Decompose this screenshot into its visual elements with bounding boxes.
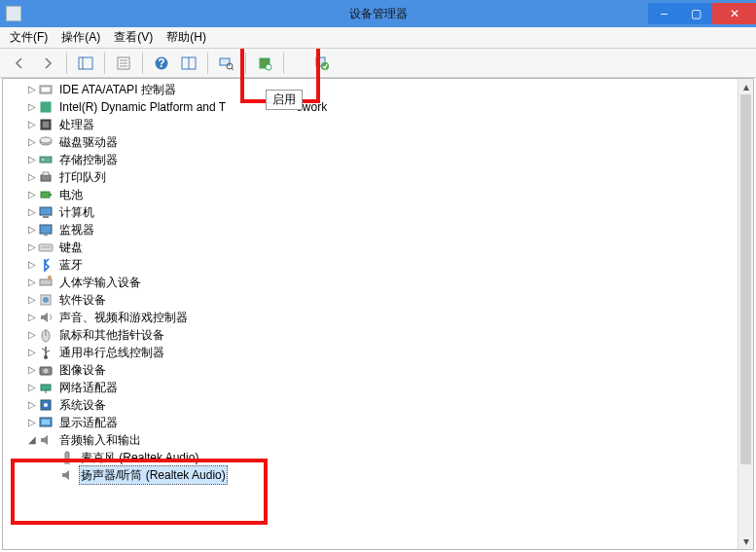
enable-icon — [314, 55, 330, 71]
expander-icon[interactable]: ▷ — [26, 133, 38, 151]
bluetooth-icon — [38, 257, 54, 273]
tree-node-label: 人体学输入设备 — [57, 274, 143, 291]
scroll-up-arrow-icon[interactable]: ▴ — [738, 79, 753, 94]
device-tree[interactable]: ▷IDE ATA/ATAPI 控制器▷Intel(R) Dynamic Plat… — [3, 79, 738, 549]
scroll-down-arrow-icon[interactable]: ▾ — [738, 534, 753, 549]
tree-node-intel[interactable]: ▷Intel(R) Dynamic Platform and Tework — [9, 98, 738, 116]
expander-icon[interactable]: ▷ — [26, 256, 38, 274]
expander-icon[interactable]: ▷ — [26, 239, 38, 256]
tree-node-speaker[interactable]: 扬声器/听筒 (Realtek Audio) — [9, 466, 738, 484]
tree-node-hid[interactable]: ▷人体学输入设备 — [9, 274, 738, 291]
menu-action[interactable]: 操作(A) — [55, 27, 106, 48]
tree-node-label: 鼠标和其他指针设备 — [57, 326, 166, 344]
properties-button[interactable] — [111, 52, 136, 75]
separator — [66, 53, 67, 74]
svg-rect-18 — [42, 88, 50, 92]
monitor-icon — [38, 222, 54, 238]
tree-node-cpu[interactable]: ▷处理器 — [9, 116, 738, 133]
expander-icon[interactable]: ▷ — [26, 98, 38, 116]
tree-node-printer[interactable]: ▷打印队列 — [9, 168, 738, 186]
arrow-right-icon — [40, 55, 55, 71]
help-toolbar-button[interactable]: ? — [149, 52, 174, 75]
tree-node-network[interactable]: ▷网络适配器 — [9, 379, 738, 396]
expander-icon[interactable]: ▷ — [26, 396, 38, 414]
close-icon: ✕ — [730, 7, 739, 20]
tree-node-software[interactable]: ▷软件设备 — [9, 291, 738, 309]
cpu-icon — [38, 117, 54, 132]
tree-node-mouse[interactable]: ▷鼠标和其他指针设备 — [9, 326, 738, 344]
expander-icon[interactable]: ▷ — [26, 344, 38, 361]
enable-device-button[interactable] — [309, 52, 335, 75]
system-icon — [38, 397, 54, 413]
scroll-thumb[interactable] — [740, 94, 751, 464]
close-button[interactable]: ✕ — [712, 3, 756, 24]
tree-node-computer[interactable]: ▷计算机 — [9, 203, 738, 221]
tree-node-ide[interactable]: ▷IDE ATA/ATAPI 控制器 — [9, 81, 738, 98]
svg-rect-33 — [44, 235, 48, 236]
svg-rect-28 — [41, 192, 50, 198]
menu-help[interactable]: 帮助(H) — [161, 27, 212, 48]
update-driver-button[interactable] — [252, 52, 277, 75]
printer-icon — [38, 169, 54, 185]
panel-2-button[interactable] — [176, 52, 201, 75]
expander-icon[interactable]: ▷ — [26, 326, 38, 344]
tree-node-display[interactable]: ▷显示适配器 — [9, 414, 738, 431]
tree-node-battery[interactable]: ▷电池 — [9, 186, 738, 203]
expander-icon[interactable]: ▷ — [26, 186, 38, 203]
svg-point-39 — [43, 297, 49, 303]
scan-hardware-button[interactable] — [214, 52, 239, 75]
show-console-tree-button[interactable] — [73, 52, 98, 75]
tree-node-storage[interactable]: ▷存储控制器 — [9, 151, 738, 168]
tree-node-keyboard[interactable]: ▷键盘 — [9, 239, 738, 256]
expander-icon[interactable]: ▷ — [26, 151, 38, 168]
tree-node-label: 麦克风 (Realtek Audio) — [79, 449, 200, 466]
expander-icon[interactable]: ▷ — [26, 414, 38, 431]
computer-icon — [38, 204, 54, 220]
tree-node-sound-ctrl[interactable]: ▷声音、视频和游戏控制器 — [9, 309, 738, 326]
tree-node-label: 图像设备 — [57, 361, 108, 379]
tree-node-camera[interactable]: ▷图像设备 — [9, 361, 738, 379]
svg-rect-30 — [40, 207, 52, 215]
tree-node-usb[interactable]: ▷通用串行总线控制器 — [9, 344, 738, 361]
minimize-button[interactable]: – — [648, 3, 680, 24]
svg-point-25 — [42, 159, 44, 161]
expander-icon[interactable]: ▷ — [26, 81, 38, 98]
separator — [245, 53, 246, 74]
menu-view[interactable]: 查看(V) — [108, 27, 159, 48]
expander-icon[interactable]: ▷ — [26, 361, 38, 379]
tree-node-system[interactable]: ▷系统设备 — [9, 396, 738, 414]
tree-node-bluetooth[interactable]: ▷蓝牙 — [9, 256, 738, 274]
nav-forward-button[interactable] — [35, 52, 60, 75]
software-icon — [38, 292, 54, 308]
expander-icon[interactable]: ▷ — [26, 274, 38, 291]
expander-icon[interactable]: ▷ — [26, 291, 38, 309]
menu-file[interactable]: 文件(F) — [4, 27, 54, 48]
expander-icon[interactable]: ▷ — [26, 168, 38, 186]
vertical-scrollbar[interactable]: ▴ ▾ — [738, 79, 753, 549]
content-frame: ▷IDE ATA/ATAPI 控制器▷Intel(R) Dynamic Plat… — [2, 78, 754, 550]
expander-icon[interactable]: ▷ — [26, 116, 38, 133]
panel-icon — [78, 55, 93, 71]
tree-node-audio-io[interactable]: ◢音频输入和输出 — [9, 431, 738, 449]
minimize-icon: – — [661, 7, 667, 20]
svg-point-14 — [266, 64, 271, 70]
battery-icon — [38, 187, 54, 202]
expander-icon[interactable]: ▷ — [26, 309, 38, 326]
expander-icon[interactable]: ◢ — [26, 431, 38, 449]
tree-node-label: 网络适配器 — [57, 379, 120, 396]
tree-node-microphone[interactable]: 麦克风 (Realtek Audio) — [9, 449, 738, 466]
maximize-button[interactable]: ▢ — [680, 3, 712, 24]
tree-node-label: 电池 — [57, 186, 85, 203]
separator — [104, 53, 105, 74]
expander-icon[interactable]: ▷ — [26, 221, 38, 239]
tree-node-monitor[interactable]: ▷监视器 — [9, 221, 738, 239]
expander-icon[interactable]: ▷ — [26, 203, 38, 221]
nav-back-button[interactable] — [8, 52, 33, 75]
arrow-left-icon — [13, 55, 28, 71]
separator — [207, 53, 208, 74]
expander-icon[interactable]: ▷ — [26, 379, 38, 396]
svg-point-23 — [40, 137, 52, 143]
tree-node-disk[interactable]: ▷磁盘驱动器 — [9, 133, 738, 151]
maximize-icon: ▢ — [691, 7, 702, 20]
toolbar: ? — [0, 49, 756, 78]
